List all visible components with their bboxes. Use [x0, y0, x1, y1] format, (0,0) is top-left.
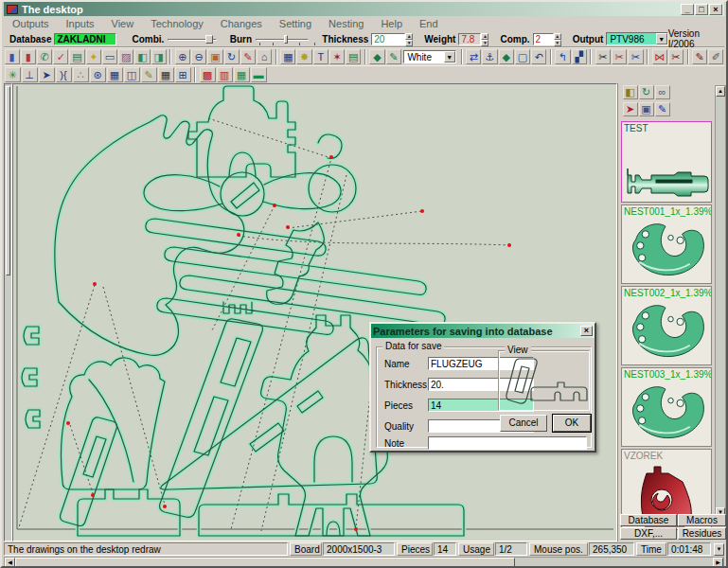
menu-item-end[interactable]: End: [419, 18, 438, 29]
hatch-icon[interactable]: ▨: [118, 49, 133, 64]
board-view-icon[interactable]: ▣: [207, 49, 222, 64]
save-red-icon[interactable]: ▮: [21, 49, 36, 64]
dialog-title-bar[interactable]: Parameters for saving into database ×: [371, 324, 595, 338]
red-book-icon[interactable]: ▩: [200, 67, 216, 82]
plus-grid-icon[interactable]: ⊞: [175, 67, 191, 82]
cut-weld-blue-icon[interactable]: ✂: [628, 49, 643, 64]
zoom-out-icon[interactable]: ⊖: [191, 49, 206, 64]
cut-weld-icon[interactable]: ✂: [595, 49, 611, 64]
folder-open-2-icon[interactable]: ◨: [151, 49, 167, 64]
sb-flag-icon[interactable]: ➤: [623, 102, 638, 116]
thickness-field[interactable]: [371, 33, 405, 45]
weight-field[interactable]: [458, 33, 481, 45]
minimize-button[interactable]: _: [681, 4, 694, 15]
mirror-icon[interactable]: ⋈: [652, 49, 667, 64]
pen2-icon[interactable]: ✎: [141, 67, 157, 82]
weight-spinner[interactable]: ▲▼: [481, 33, 488, 45]
database-button[interactable]: Database: [620, 514, 677, 526]
menu-item-help[interactable]: Help: [381, 18, 402, 29]
combi-slider[interactable]: [168, 33, 216, 45]
color-dropdown[interactable]: White▼: [403, 50, 455, 63]
cancel-button[interactable]: Cancel: [500, 415, 547, 432]
wheel-icon[interactable]: ⊛: [90, 67, 106, 82]
print-icon[interactable]: ▭: [102, 49, 117, 64]
sidebar-scrollbar[interactable]: ▲ ▼: [715, 85, 726, 519]
note-field[interactable]: [428, 436, 587, 450]
status-scroll-down-icon[interactable]: ▼: [714, 543, 724, 556]
close-button[interactable]: ×: [709, 4, 722, 15]
sb-pen-icon[interactable]: ✎: [655, 102, 670, 116]
menu-item-nesting[interactable]: Nesting: [328, 18, 364, 29]
arrow-icon[interactable]: ➤: [39, 67, 55, 82]
check-icon[interactable]: ✓: [53, 49, 68, 64]
output-dropdown[interactable]: PTV986 ▼: [606, 32, 667, 45]
menu-item-technology[interactable]: Technology: [151, 18, 204, 29]
grid2-icon[interactable]: ▦: [107, 67, 123, 82]
text-icon[interactable]: T: [313, 49, 328, 64]
snowflake-icon[interactable]: ✳: [5, 67, 21, 82]
scissors-icon[interactable]: ✂: [668, 49, 684, 64]
scroll-right-icon[interactable]: ▶: [713, 558, 723, 567]
dxf-icon[interactable]: ▦: [234, 67, 250, 82]
osc-icon[interactable]: ∴: [73, 67, 89, 82]
grid-icon[interactable]: ▦: [280, 49, 295, 64]
route-icon[interactable]: ↰: [555, 49, 570, 64]
folder-open-icon[interactable]: ◧: [134, 49, 150, 64]
bracket-icon[interactable]: ){: [56, 67, 72, 82]
chevron-down-icon[interactable]: ▼: [656, 33, 667, 44]
menu-item-view[interactable]: View: [112, 18, 134, 29]
comp-field[interactable]: [533, 33, 554, 45]
thickness-spinner[interactable]: ▲▼: [405, 33, 413, 45]
ok-button[interactable]: OK: [553, 415, 591, 432]
nesting-canvas[interactable]: [12, 83, 617, 541]
sb-glasses-icon[interactable]: ∞: [655, 85, 670, 99]
zoom-in-icon[interactable]: ⊕: [175, 49, 190, 64]
bridge-icon[interactable]: ⌂: [257, 49, 272, 64]
joint-icon[interactable]: ⊥: [22, 67, 38, 82]
dxf-button[interactable]: DXF,...: [620, 527, 677, 540]
thumbnail-nest001[interactable]: NEST001_1x_1.39%: [621, 204, 712, 284]
phase-icon[interactable]: ◫: [124, 67, 140, 82]
thumbnail-nest003[interactable]: NEST003_1x_1.39%: [621, 367, 712, 447]
anchor-icon[interactable]: ⚓: [482, 49, 497, 64]
person-box-icon[interactable]: ▞: [572, 49, 587, 64]
flag-icon[interactable]: ◆: [369, 49, 384, 64]
pen-green-icon[interactable]: ✎: [386, 49, 401, 64]
canvas-vertical-scrollbar[interactable]: [4, 83, 12, 541]
runner-icon[interactable]: ✶: [329, 49, 345, 64]
swap-icon[interactable]: ⇄: [466, 49, 481, 64]
gem-pen-icon[interactable]: ◆: [499, 49, 514, 64]
red-grid-icon[interactable]: ▥: [217, 67, 233, 82]
brush-icon[interactable]: ✎: [240, 49, 256, 64]
scrollbar-thumb[interactable]: [15, 558, 515, 567]
bend-icon[interactable]: ↶: [531, 49, 546, 64]
sb-folder-icon[interactable]: ◧: [623, 85, 638, 99]
sb-image-icon[interactable]: ▣: [639, 102, 654, 116]
menu-item-setting[interactable]: Setting: [279, 18, 311, 29]
thumbnail-test[interactable]: TEST: [621, 121, 712, 203]
save-database-icon[interactable]: ▮: [5, 49, 20, 64]
mesh-icon[interactable]: ▦: [158, 67, 174, 82]
menu-item-changes[interactable]: Changes: [221, 18, 262, 29]
scroll-left-icon[interactable]: ◀: [5, 558, 15, 567]
menu-item-outputs[interactable]: Outputs: [12, 18, 49, 29]
cut-weld-red-icon[interactable]: ✂: [612, 49, 627, 64]
thumbnail-nest002[interactable]: NEST002_1x_1.39%: [621, 286, 712, 365]
menu-item-inputs[interactable]: Inputs: [66, 18, 95, 29]
canvas-horizontal-scrollbar[interactable]: ◀ ▶: [4, 557, 724, 568]
sb-refresh-icon[interactable]: ↻: [639, 85, 654, 99]
copy-icon[interactable]: ▢: [515, 49, 530, 64]
macros-button[interactable]: Macros: [678, 514, 726, 526]
restore-button[interactable]: □: [695, 4, 708, 15]
comp-spinner[interactable]: ▲▼: [554, 33, 561, 45]
pen-hand-icon[interactable]: ✐: [708, 49, 723, 64]
key-icon[interactable]: ✦: [86, 49, 101, 64]
database-icon[interactable]: ▤: [69, 49, 84, 64]
database-field[interactable]: [54, 33, 116, 45]
burn-slider[interactable]: [256, 33, 309, 45]
table-icon[interactable]: ▤: [346, 49, 361, 64]
refresh-icon[interactable]: ↻: [224, 49, 240, 64]
dialog-close-button[interactable]: ×: [580, 326, 593, 336]
residues-button[interactable]: Residues: [678, 527, 726, 540]
phone-icon[interactable]: ✆: [37, 49, 52, 64]
